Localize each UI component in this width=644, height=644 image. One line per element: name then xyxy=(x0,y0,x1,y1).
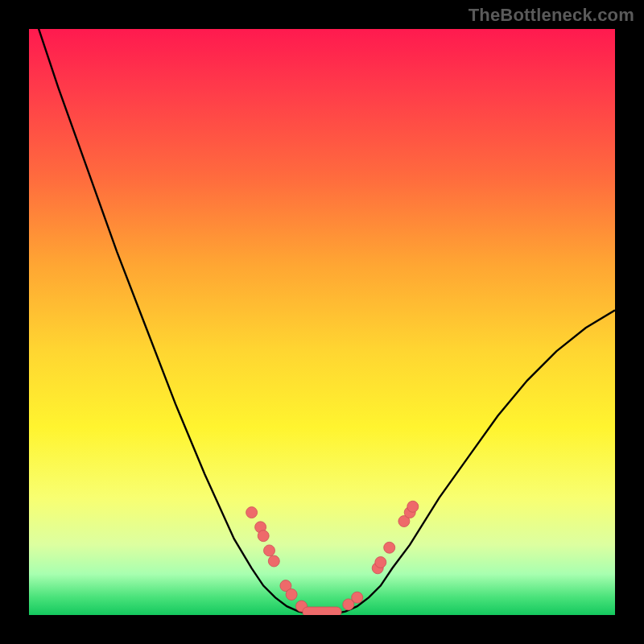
curve-marker xyxy=(375,557,386,568)
curve-marker xyxy=(384,542,395,553)
curve-marker xyxy=(286,589,297,601)
curve-marker xyxy=(258,530,269,542)
curve-markers xyxy=(246,501,419,615)
curve-marker-pill xyxy=(303,607,341,615)
curve-marker xyxy=(268,555,279,567)
curve-marker xyxy=(246,507,258,518)
bottleneck-curve xyxy=(29,29,615,615)
curve-marker xyxy=(352,592,363,603)
plot-area xyxy=(29,29,615,615)
curve-marker xyxy=(264,545,275,556)
watermark-text: TheBottleneck.com xyxy=(469,5,634,26)
curve-marker xyxy=(407,501,419,512)
chart-frame: TheBottleneck.com xyxy=(0,0,644,644)
curve-svg xyxy=(29,29,615,615)
